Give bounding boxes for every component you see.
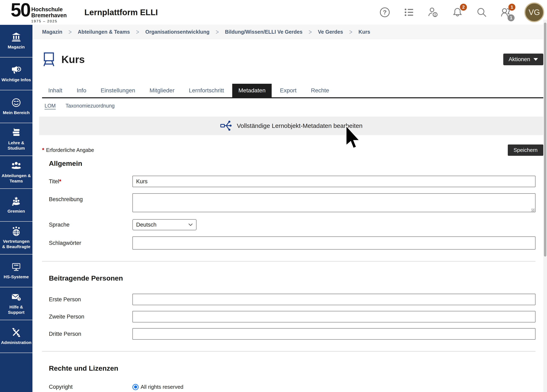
committee-icon — [11, 196, 21, 206]
sidebar-item-magazin[interactable]: Magazin — [0, 25, 33, 57]
banner-label: Vollständige Lernobjekt-Metadaten bearbe… — [237, 122, 362, 129]
tab-metadaten[interactable]: Metadaten — [232, 84, 272, 97]
main-content: Kurs Aktionen Inhalt Info Einstellungen … — [33, 39, 543, 392]
bank-icon — [11, 32, 21, 42]
page-title: Kurs — [62, 54, 85, 66]
schlagwoerter-input[interactable] — [132, 237, 535, 250]
sidebar-item-gremien[interactable]: Gremien — [0, 189, 33, 222]
copyright-label: Copyright — [49, 384, 132, 390]
titel-label: Titel* — [49, 178, 132, 185]
sidebar-item-lehre-studium[interactable]: Lehre & Studium — [0, 123, 33, 156]
tab-inhalt[interactable]: Inhalt — [42, 84, 68, 97]
chevron-down-icon — [188, 223, 193, 226]
breadcrumb-separator: > — [216, 28, 219, 36]
beschreibung-textarea[interactable] — [132, 193, 535, 212]
section-heading-rechte: Rechte und Lizenzen — [49, 364, 543, 372]
contacts-badge-secondary: 1 — [508, 14, 514, 21]
top-header: 50 Hochschule Bremerhaven 1975 – 2025 Le… — [0, 0, 547, 25]
zweite-person-input[interactable] — [132, 311, 535, 322]
sidebar-item-hs-systeme[interactable]: *** HS-Systeme — [0, 255, 33, 287]
main-sidebar: Magazin Wichtige Infos Mein Bereich Lehr… — [0, 25, 33, 392]
section-divider — [42, 351, 535, 351]
globe-people-icon — [11, 226, 21, 236]
app-title: Lernplattform ELLI — [84, 8, 158, 17]
svg-text:?: ? — [18, 297, 20, 301]
search-icon[interactable] — [476, 7, 487, 18]
list-icon[interactable] — [403, 7, 415, 18]
monitor-icon: *** — [11, 262, 21, 272]
logo-name-line2: Bremerhaven — [31, 13, 67, 19]
course-easel-icon — [42, 52, 56, 67]
tab-rechte[interactable]: Rechte — [305, 84, 335, 97]
sidebar-item-mein-bereich[interactable]: Mein Bereich — [0, 90, 33, 123]
users-icon[interactable]: 1 1 — [500, 7, 512, 18]
tab-info[interactable]: Info — [71, 84, 93, 97]
sidebar-item-administration[interactable]: Administration — [0, 320, 33, 353]
sidebar-item-abteilungen-teams[interactable]: Abteilungen & Teams — [0, 156, 33, 189]
resize-grip-icon[interactable] — [531, 209, 535, 212]
university-logo[interactable]: 50 Hochschule Bremerhaven 1975 – 2025 — [11, 1, 67, 23]
user-alert-icon[interactable] — [428, 7, 439, 18]
subtab-bar: LOM Taxonomiezuordnung — [42, 103, 543, 109]
scrollbar-thumb[interactable] — [544, 23, 546, 257]
breadcrumb-item-organisationsentwicklung[interactable]: Organisationsentwicklung — [145, 29, 210, 35]
sprache-selected-value: Deutsch — [136, 222, 157, 228]
tools-icon — [11, 328, 21, 338]
breadcrumb-separator: > — [68, 28, 72, 36]
breadcrumb-item-ve-gerdes[interactable]: Ve Gerdes — [318, 29, 343, 35]
breadcrumb-separator: > — [309, 28, 312, 36]
required-asterisk: * — [59, 178, 62, 184]
smiley-icon — [11, 98, 21, 108]
share-nodes-icon — [220, 120, 232, 132]
vertical-scrollbar[interactable] — [543, 20, 547, 392]
sidebar-item-wichtige-infos[interactable]: Wichtige Infos — [0, 57, 33, 90]
sprache-select[interactable]: Deutsch — [132, 219, 197, 230]
field-row-copyright: Copyright All rights reserved — [42, 384, 543, 390]
section-heading-beitragende: Beitragende Personen — [49, 274, 543, 282]
tab-lernfortschritt[interactable]: Lernfortschritt — [183, 84, 230, 97]
contacts-badge: 1 — [508, 4, 515, 11]
breadcrumb-item-abteilungen[interactable]: Abteilungen & Teams — [78, 29, 130, 35]
zweite-person-label: Zweite Person — [49, 314, 132, 320]
breadcrumb-item-magazin[interactable]: Magazin — [42, 29, 62, 35]
field-row-dritte-person: Dritte Person — [42, 328, 543, 340]
erste-person-label: Erste Person — [49, 296, 132, 303]
beschreibung-label: Beschreibung — [49, 193, 132, 203]
breadcrumb-item-bildung[interactable]: Bildung/Wissen/ELLI Ve Gerdes — [225, 29, 303, 35]
breadcrumb-item-kurs[interactable]: Kurs — [358, 29, 370, 35]
dritte-person-label: Dritte Person — [49, 331, 132, 337]
subtab-lom[interactable]: LOM — [45, 103, 56, 109]
bell-icon[interactable]: 2 — [452, 7, 463, 18]
aktionen-button[interactable]: Aktionen — [503, 54, 543, 65]
schlagwoerter-label: Schlagwörter — [49, 240, 132, 246]
books-icon — [11, 128, 21, 138]
section-divider — [42, 261, 535, 262]
sidebar-item-hilfe-support[interactable]: ? Hilfe & Support — [0, 287, 33, 320]
sidebar-item-vertretungen[interactable]: Vertretungen & Beauftragte — [0, 222, 33, 255]
field-row-titel: Titel* — [42, 176, 543, 187]
chevron-down-icon — [533, 58, 538, 61]
titel-input[interactable] — [132, 176, 535, 187]
dritte-person-input[interactable] — [132, 328, 535, 340]
field-row-beschreibung: Beschreibung — [42, 193, 543, 213]
megaphone-icon — [11, 65, 21, 75]
copyright-radio[interactable] — [132, 384, 139, 390]
section-heading-allgemein: Allgemein — [49, 159, 543, 168]
field-row-zweite-person: Zweite Person — [42, 311, 543, 322]
avatar[interactable]: VG — [524, 2, 544, 22]
required-asterisk: * — [42, 147, 44, 153]
tab-mitglieder[interactable]: Mitglieder — [143, 84, 180, 97]
field-row-sprache: Sprache Deutsch — [42, 219, 543, 230]
logo-name-line1: Hochschule — [31, 7, 67, 13]
edit-full-metadata-banner[interactable]: Vollständige Lernobjekt-Metadaten bearbe… — [39, 117, 543, 135]
tab-einstellungen[interactable]: Einstellungen — [95, 84, 141, 97]
sprache-label: Sprache — [49, 222, 132, 228]
breadcrumb: Magazin > Abteilungen & Teams > Organisa… — [33, 25, 543, 39]
subtab-taxonomiezuordnung[interactable]: Taxonomiezuordnung — [66, 103, 115, 109]
tab-export[interactable]: Export — [274, 84, 303, 97]
help-icon[interactable]: ? — [379, 7, 390, 18]
erste-person-input[interactable] — [132, 294, 535, 305]
required-note: Erforderliche Angabe — [46, 147, 94, 153]
speichern-button[interactable]: Speichern — [508, 144, 543, 156]
notifications-badge: 2 — [460, 4, 467, 11]
